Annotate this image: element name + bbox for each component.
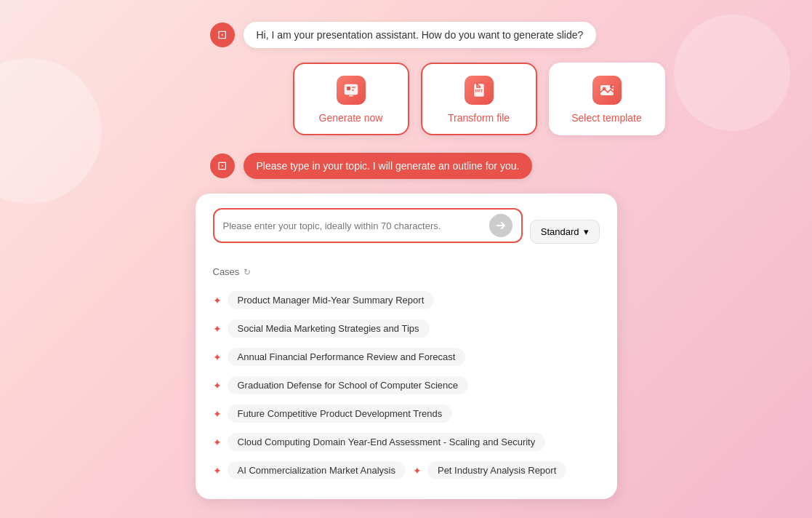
list-item[interactable]: ✦ Annual Financial Performance Review an… xyxy=(213,343,600,371)
image-icon: ✦ xyxy=(592,76,622,105)
generate-now-label: Generate now xyxy=(319,112,383,124)
cases-header: Cases ↻ xyxy=(213,266,600,277)
dropdown-label: Standard xyxy=(541,226,579,237)
chevron-down-icon: ▾ xyxy=(584,226,589,237)
transform-file-icon-wrapper: PPT xyxy=(463,74,495,106)
spark-icon-7: ✦ xyxy=(213,465,222,477)
case-tag-6[interactable]: Cloud Computing Domain Year-End Assessme… xyxy=(228,433,546,451)
svg-rect-3 xyxy=(352,87,355,88)
case-tag-2[interactable]: Social Media Marketing Strategies and Ti… xyxy=(228,319,430,338)
standard-dropdown[interactable]: Standard ▾ xyxy=(530,220,600,244)
generate-now-card[interactable]: Generate now xyxy=(293,63,409,135)
spark-icon-6: ✦ xyxy=(213,437,222,448)
list-item[interactable]: ✦ Graduation Defense for School of Compu… xyxy=(213,371,600,399)
transform-file-label: Transform file xyxy=(448,112,510,124)
presentation-icon xyxy=(337,76,366,105)
last-row-item-2[interactable]: ✦ Pet Industry Analysis Report xyxy=(413,461,566,479)
cases-label: Cases xyxy=(213,266,240,277)
file-icon: PPT xyxy=(465,76,494,105)
topic-input[interactable] xyxy=(223,220,482,231)
case-tag-4[interactable]: Graduation Defense for School of Compute… xyxy=(228,376,469,394)
refresh-icon[interactable]: ↻ xyxy=(244,267,251,277)
case-tag-5[interactable]: Future Competitive Product Development T… xyxy=(228,405,453,423)
cards-row: Generate now PPT Transform file xyxy=(148,63,665,135)
chat-bubble-1: Hi, I am your presentation assistant. Ho… xyxy=(244,22,597,48)
case-tag-3[interactable]: Annual Financial Performance Review and … xyxy=(228,348,466,366)
spark-icon-4: ✦ xyxy=(213,380,222,391)
avatar-1: ⊡ xyxy=(210,23,235,47)
svg-rect-0 xyxy=(345,84,358,95)
spark-icon-5: ✦ xyxy=(213,408,222,420)
select-template-card[interactable]: ✦ Select template xyxy=(549,63,665,135)
main-container: ⊡ Hi, I am your presentation assistant. … xyxy=(0,0,812,499)
chat-row-2: ⊡ Please type in your topic. I will gene… xyxy=(152,153,661,179)
spark-icon-1: ✦ xyxy=(213,295,222,306)
list-item[interactable]: ✦ Social Media Marketing Strategies and … xyxy=(213,314,600,343)
list-item[interactable]: ✦ Cloud Computing Domain Year-End Assess… xyxy=(213,428,600,456)
generate-now-icon-wrapper xyxy=(335,74,367,106)
spark-icon-8: ✦ xyxy=(413,465,422,477)
bot-icon: ⊡ xyxy=(217,29,227,41)
chat-bubble-2: Please type in your topic. I will genera… xyxy=(244,153,533,179)
input-row-wrapper: Standard ▾ xyxy=(213,208,600,255)
case-tag-8[interactable]: Pet Industry Analysis Report xyxy=(427,461,566,479)
svg-rect-2 xyxy=(347,87,350,90)
topic-input-row xyxy=(213,208,523,243)
spark-icon-2: ✦ xyxy=(213,323,222,335)
svg-text:PPT: PPT xyxy=(475,89,483,93)
last-row-item-1[interactable]: ✦ AI Commercialization Market Analysis xyxy=(213,461,406,479)
case-tag-1[interactable]: Product Manager Mid-Year Summary Report xyxy=(228,291,435,309)
transform-file-card[interactable]: PPT Transform file xyxy=(421,63,537,135)
list-item[interactable]: ✦ Future Competitive Product Development… xyxy=(213,399,600,428)
cases-last-row: ✦ AI Commercialization Market Analysis ✦… xyxy=(213,456,600,485)
input-area: Standard ▾ Cases ↻ ✦ Product Manager Mid… xyxy=(196,194,617,499)
svg-rect-4 xyxy=(352,89,354,91)
cases-list: ✦ Product Manager Mid-Year Summary Repor… xyxy=(213,286,600,485)
list-item[interactable]: ✦ Product Manager Mid-Year Summary Repor… xyxy=(213,286,600,314)
send-button[interactable] xyxy=(489,214,512,237)
svg-rect-6 xyxy=(350,95,351,96)
bot-icon-2: ⊡ xyxy=(217,160,227,172)
select-template-label: Select template xyxy=(571,112,642,124)
avatar-2: ⊡ xyxy=(210,154,235,178)
chat-row-1: ⊡ Hi, I am your presentation assistant. … xyxy=(152,22,661,48)
spark-icon-3: ✦ xyxy=(213,351,222,363)
case-tag-7[interactable]: AI Commercialization Market Analysis xyxy=(228,461,406,479)
select-template-icon-wrapper: ✦ xyxy=(591,74,623,106)
